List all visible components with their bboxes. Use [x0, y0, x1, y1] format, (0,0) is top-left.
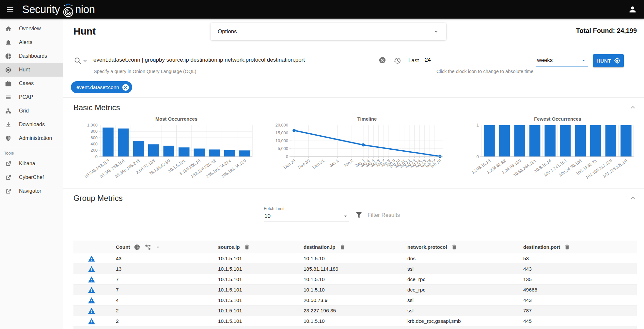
trash-icon[interactable]: [451, 244, 457, 250]
sidebar-item-kibana[interactable]: Kibana: [0, 157, 63, 171]
sidebar-item-overview[interactable]: Overview: [0, 22, 63, 36]
cell-destination-port[interactable]: 787: [523, 306, 637, 316]
cell-network-protocol[interactable]: dce_rpc: [407, 285, 523, 295]
cell-source-ip[interactable]: 10.1.5.101: [218, 264, 304, 274]
row-warning-button[interactable]: [73, 306, 116, 316]
sidebar-item-downloads[interactable]: Downloads: [0, 118, 63, 131]
briefcase-icon: [5, 80, 12, 87]
fetch-limit-select[interactable]: Fetch Limit 10: [264, 206, 349, 221]
trash-icon[interactable]: [244, 244, 250, 250]
cell-destination-port[interactable]: 135: [523, 274, 637, 285]
cell-destination-ip[interactable]: 185.81.114.189: [304, 264, 407, 274]
cell-destination-ip[interactable]: 20.50.73.9: [304, 295, 407, 306]
row-warning-button[interactable]: [73, 264, 116, 274]
cell-destination-ip[interactable]: 10.1.5.10: [304, 285, 407, 295]
row-warning-button[interactable]: [73, 295, 116, 306]
cell-network-protocol[interactable]: krb,gssapi,smb: [407, 326, 523, 329]
external-link-icon: [5, 160, 12, 167]
cell-network-protocol[interactable]: krb,dce_rpc,gssapi,smb: [407, 316, 523, 326]
column-header-network-protocol[interactable]: network.protocol: [407, 244, 447, 250]
sidebar-item-administration[interactable]: Administration: [0, 131, 63, 145]
cell-source-ip[interactable]: 10.1.5.101: [218, 306, 304, 316]
filter-chip[interactable]: event.dataset:conn: [71, 81, 132, 93]
trash-icon[interactable]: [339, 244, 346, 250]
chip-close-icon[interactable]: [122, 83, 130, 91]
collapse-group-icon[interactable]: [629, 194, 637, 203]
cell-destination-port[interactable]: 443: [523, 264, 637, 274]
cell-count[interactable]: 7: [116, 285, 218, 295]
table-row: 210.1.5.10110.1.5.10krb,gssapi,smb445: [73, 326, 637, 329]
cell-source-ip[interactable]: 10.1.5.101: [218, 274, 304, 285]
duration-unit-select[interactable]: weeks: [536, 54, 588, 67]
sidebar-item-cyberchef[interactable]: CyberChef: [0, 171, 63, 184]
group-metrics-title: Group Metrics: [73, 194, 123, 203]
sidebar-item-dashboards[interactable]: Dashboards: [0, 49, 63, 63]
cell-destination-port[interactable]: 53: [523, 253, 637, 264]
cell-network-protocol[interactable]: ssl: [407, 295, 523, 306]
graph-icon[interactable]: [144, 244, 151, 251]
cell-count[interactable]: 43: [116, 253, 218, 264]
clear-query-icon[interactable]: [379, 56, 386, 64]
cell-source-ip[interactable]: 10.1.5.101: [218, 295, 304, 306]
row-warning-button[interactable]: [73, 316, 116, 326]
menu-icon[interactable]: [3, 2, 18, 17]
column-header-destination-ip[interactable]: destination.ip: [304, 244, 336, 250]
cell-count[interactable]: 2: [116, 326, 218, 329]
cell-network-protocol[interactable]: dns: [407, 253, 523, 264]
hunt-button[interactable]: HUNT: [593, 54, 624, 67]
row-warning-button[interactable]: [73, 274, 116, 285]
row-warning-button[interactable]: [73, 285, 116, 295]
sidebar-item-navigator[interactable]: Navigator: [0, 184, 63, 198]
sidebar-item-cases[interactable]: Cases: [0, 77, 63, 90]
collapse-basic-icon[interactable]: [629, 103, 637, 112]
user-account-icon[interactable]: [625, 2, 640, 17]
cell-destination-port[interactable]: 49666: [523, 285, 637, 295]
cell-network-protocol[interactable]: ssl: [407, 264, 523, 274]
trash-icon[interactable]: [564, 244, 570, 250]
sidebar-item-hunt[interactable]: Hunt: [0, 63, 63, 77]
sidebar-item-pcap[interactable]: PCAP: [0, 90, 63, 104]
chart-timeline[interactable]: Timeline20,00015,00010,0005,0000Dec 29De…: [264, 115, 446, 184]
cell-destination-ip[interactable]: 10.1.5.10: [304, 253, 407, 264]
caret-down-icon[interactable]: [155, 245, 161, 250]
chart-fewest-occurrences[interactable]: Fewest Occurrences101.203.16.181.226.62.…: [455, 115, 637, 184]
cell-destination-ip[interactable]: 10.1.5.10: [304, 326, 407, 329]
row-warning-button[interactable]: [73, 326, 116, 329]
query-presets-chevron-icon[interactable]: [82, 58, 88, 64]
cell-source-ip[interactable]: 10.1.5.101: [218, 326, 304, 329]
cell-destination-port[interactable]: 445: [523, 316, 637, 326]
cell-count[interactable]: 4: [116, 295, 218, 306]
onion-logo-icon: [62, 3, 75, 18]
warning-icon: [88, 297, 95, 304]
column-header-source-ip[interactable]: source.ip: [218, 244, 240, 250]
cell-source-ip[interactable]: 10.1.5.101: [218, 285, 304, 295]
filter-results-input[interactable]: [368, 209, 637, 221]
column-header-destination-port[interactable]: destination.port: [523, 244, 560, 250]
cell-source-ip[interactable]: 10.1.5.101: [218, 253, 304, 264]
options-dropdown[interactable]: Options: [211, 23, 446, 40]
svg-text:400: 400: [91, 142, 98, 146]
duration-input[interactable]: [423, 54, 531, 66]
row-warning-button[interactable]: [73, 253, 116, 264]
search-icon[interactable]: [73, 56, 82, 65]
cell-destination-ip[interactable]: 10.1.5.10: [304, 274, 407, 285]
cell-destination-port[interactable]: 443: [523, 295, 637, 306]
cell-destination-ip[interactable]: 10.1.5.10: [304, 316, 407, 326]
cell-count[interactable]: 2: [116, 316, 218, 326]
cell-destination-port[interactable]: 445: [523, 326, 637, 329]
cell-network-protocol[interactable]: dce_rpc: [407, 274, 523, 285]
cell-count[interactable]: 13: [116, 264, 218, 274]
chart-most-occurrences[interactable]: Most Occurrences1,000800600400200089.248…: [73, 115, 256, 184]
sidebar-item-grid[interactable]: Grid: [0, 104, 63, 118]
cell-destination-ip[interactable]: 23.227.196.35: [304, 306, 407, 316]
cell-count[interactable]: 7: [116, 274, 218, 285]
query-input[interactable]: [91, 54, 372, 66]
cell-network-protocol[interactable]: ssl: [407, 306, 523, 316]
cell-count[interactable]: 2: [116, 306, 218, 316]
warning-icon: [88, 307, 95, 315]
column-header-count[interactable]: Count: [116, 244, 130, 250]
cell-source-ip[interactable]: 10.1.5.101: [218, 316, 304, 326]
pie-chart-icon[interactable]: [134, 244, 140, 250]
clock-history-icon[interactable]: [393, 57, 401, 65]
sidebar-item-alerts[interactable]: Alerts: [0, 36, 63, 49]
